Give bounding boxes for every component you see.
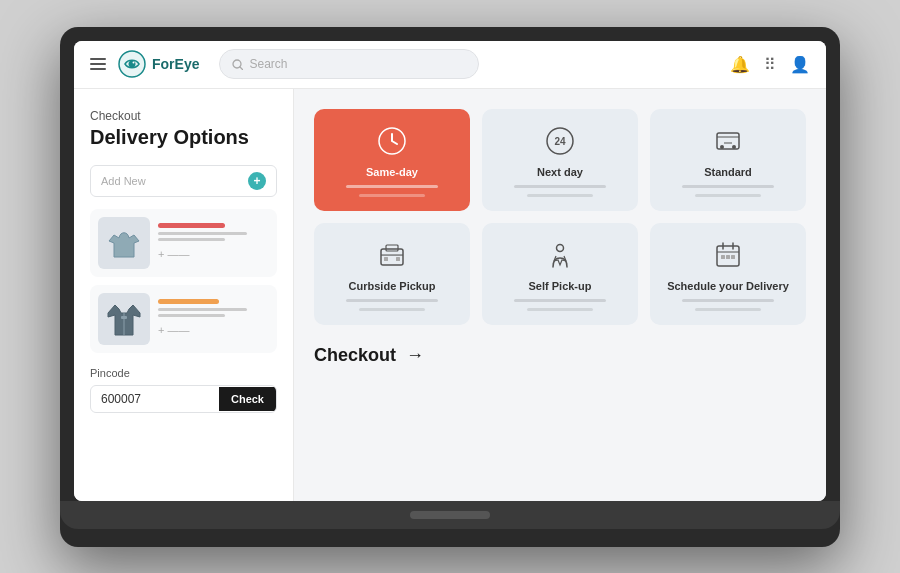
svg-rect-15 (396, 257, 400, 261)
item-quantity: + —— (158, 324, 189, 336)
item-color-bar-orange (158, 299, 219, 304)
standard-bar (682, 185, 774, 188)
list-item: + —— (90, 285, 277, 353)
svg-rect-21 (726, 255, 730, 259)
user-icon[interactable]: 👤 (790, 55, 810, 74)
svg-rect-5 (121, 316, 127, 319)
logo-area: ForEye (118, 50, 199, 78)
svg-rect-13 (386, 245, 398, 251)
bell-icon[interactable]: 🔔 (730, 55, 750, 74)
item-info-bar-sm (158, 314, 225, 317)
main-content: Checkout Delivery Options Add New + (74, 89, 826, 501)
next-day-label: Next day (537, 165, 583, 179)
laptop-frame: ForEye Search 🔔 ⠿ 👤 Checkout Delivery Op… (60, 27, 840, 547)
item-color-bar (158, 223, 225, 228)
same-day-label: Same-day (366, 165, 418, 179)
svg-rect-14 (384, 257, 388, 261)
delivery-option-curbside[interactable]: Curbside Pickup (314, 223, 470, 325)
svg-point-10 (720, 145, 724, 149)
pincode-input-row: 600007 Check (90, 385, 277, 413)
add-icon: + (248, 172, 266, 190)
top-navigation: ForEye Search 🔔 ⠿ 👤 (74, 41, 826, 89)
standard-icon (710, 123, 746, 159)
curbside-bar-sm (359, 308, 425, 311)
standard-label: Standard (704, 165, 752, 179)
screen: ForEye Search 🔔 ⠿ 👤 Checkout Delivery Op… (74, 41, 826, 501)
delivery-option-self-pickup[interactable]: Self Pick-up (482, 223, 638, 325)
schedule-label: Schedule your Delivery (667, 279, 789, 293)
add-new-row[interactable]: Add New + (90, 165, 277, 197)
same-day-bar-sm (359, 194, 425, 197)
delivery-option-standard[interactable]: Standard (650, 109, 806, 211)
self-pickup-label: Self Pick-up (529, 279, 592, 293)
curbside-bar (346, 299, 438, 302)
svg-rect-20 (721, 255, 725, 259)
top-bar-right: 🔔 ⠿ 👤 (730, 55, 810, 74)
item-thumbnail (98, 217, 150, 269)
panel-subtitle: Checkout (90, 109, 277, 123)
standard-bar-sm (695, 194, 761, 197)
schedule-bar (682, 299, 774, 302)
panel-title: Delivery Options (90, 125, 277, 149)
svg-text:24: 24 (554, 136, 566, 147)
next-day-icon: 24 (542, 123, 578, 159)
schedule-icon (710, 237, 746, 273)
item-details-1: + —— (158, 223, 269, 262)
next-day-bar-sm (527, 194, 593, 197)
left-panel: Checkout Delivery Options Add New + (74, 89, 294, 501)
checkout-row[interactable]: Checkout → (314, 345, 806, 366)
svg-line-4 (240, 67, 243, 70)
menu-icon[interactable] (90, 58, 106, 70)
search-icon (232, 59, 243, 70)
item-info-bar-sm (158, 238, 225, 241)
delivery-option-next-day[interactable]: 24 Next day (482, 109, 638, 211)
self-pickup-bar (514, 299, 606, 302)
self-pickup-icon (542, 237, 578, 273)
schedule-bar-sm (695, 308, 761, 311)
svg-point-1 (129, 61, 136, 68)
laptop-notch (410, 511, 490, 519)
svg-point-11 (732, 145, 736, 149)
item-details-2: + —— (158, 299, 269, 338)
logo-text: ForEye (152, 56, 199, 72)
checkout-label: Checkout (314, 345, 396, 366)
tshirt-icon (104, 223, 144, 263)
svg-point-16 (557, 244, 564, 251)
item-info-bar (158, 232, 247, 235)
pincode-section: Pincode 600007 Check (90, 367, 277, 413)
self-pickup-bar-sm (527, 308, 593, 311)
delivery-option-schedule[interactable]: Schedule your Delivery (650, 223, 806, 325)
delivery-options-grid: Same-day 24 Next day (314, 109, 806, 326)
jacket-icon (103, 297, 145, 341)
curbside-label: Curbside Pickup (349, 279, 436, 293)
same-day-icon (374, 123, 410, 159)
same-day-bar (346, 185, 438, 188)
search-bar[interactable]: Search (219, 49, 479, 79)
pincode-label: Pincode (90, 367, 277, 379)
grid-icon[interactable]: ⠿ (764, 55, 776, 74)
item-info-bar (158, 308, 247, 311)
checkout-arrow: → (406, 345, 424, 366)
right-panel: Same-day 24 Next day (294, 89, 826, 501)
add-new-text: Add New (101, 175, 146, 187)
pincode-value[interactable]: 600007 (91, 386, 219, 412)
check-button[interactable]: Check (219, 387, 276, 411)
search-placeholder: Search (249, 57, 287, 71)
laptop-base (60, 501, 840, 529)
svg-rect-22 (731, 255, 735, 259)
item-thumbnail (98, 293, 150, 345)
logo-icon (118, 50, 146, 78)
delivery-option-same-day[interactable]: Same-day (314, 109, 470, 211)
next-day-bar (514, 185, 606, 188)
curbside-icon (374, 237, 410, 273)
item-quantity: + —— (158, 248, 189, 260)
svg-point-2 (133, 62, 135, 64)
list-item: + —— (90, 209, 277, 277)
